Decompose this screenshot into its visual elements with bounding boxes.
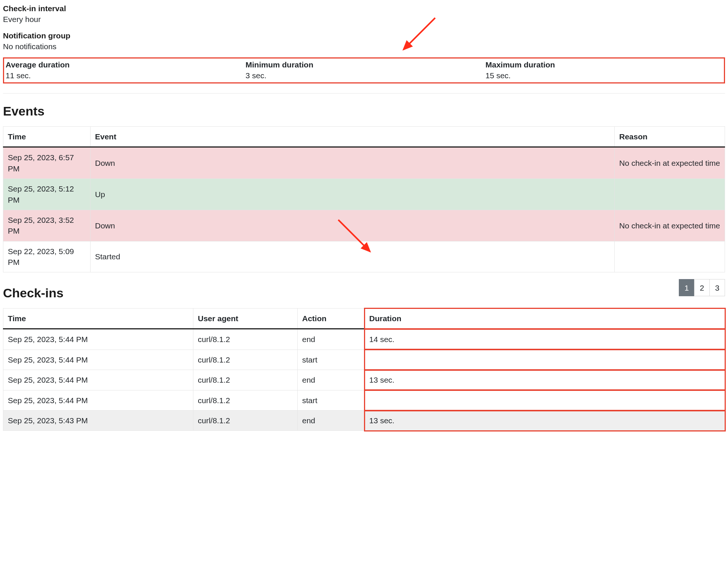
checkin-time: Sep 25, 2023, 5:44 PM bbox=[3, 370, 193, 390]
notification-group-row: Notification group No notifications bbox=[3, 30, 725, 52]
table-row: Sep 25, 2023, 5:12 PMUp bbox=[3, 179, 725, 210]
checkins-title: Check-ins bbox=[3, 284, 64, 302]
checkin-user-agent: curl/8.1.2 bbox=[193, 370, 298, 390]
event-time: Sep 25, 2023, 6:57 PM bbox=[3, 147, 91, 179]
event-name: Up bbox=[91, 179, 615, 210]
checkin-duration: 14 sec. bbox=[365, 329, 725, 349]
checkin-duration bbox=[365, 390, 725, 410]
checkin-time: Sep 25, 2023, 5:43 PM bbox=[3, 411, 193, 431]
table-row: Sep 25, 2023, 6:57 PMDownNo check-in at … bbox=[3, 147, 725, 179]
checkin-time: Sep 25, 2023, 5:44 PM bbox=[3, 349, 193, 370]
min-duration-stat: Minimum duration 3 sec. bbox=[244, 58, 484, 83]
checkin-user-agent: curl/8.1.2 bbox=[193, 411, 298, 431]
checkin-action: end bbox=[298, 411, 365, 431]
checkins-header-time: Time bbox=[3, 309, 193, 329]
page-button-1[interactable]: 1 bbox=[679, 279, 694, 296]
max-duration-value: 15 sec. bbox=[485, 70, 722, 81]
checkins-header-duration: Duration bbox=[365, 309, 725, 329]
checkin-duration bbox=[365, 349, 725, 370]
section-divider bbox=[3, 93, 725, 94]
event-reason: No check-in at expected time bbox=[615, 210, 725, 241]
events-title: Events bbox=[3, 102, 725, 120]
avg-duration-stat: Average duration 11 sec. bbox=[4, 58, 244, 83]
duration-stats-box: Average duration 11 sec. Minimum duratio… bbox=[3, 57, 725, 84]
pagination: 123 bbox=[679, 279, 725, 296]
checkin-interval-value: Every hour bbox=[3, 14, 725, 25]
event-name: Down bbox=[91, 147, 615, 179]
checkin-user-agent: curl/8.1.2 bbox=[193, 390, 298, 410]
checkin-duration: 13 sec. bbox=[365, 411, 725, 431]
max-duration-stat: Maximum duration 15 sec. bbox=[484, 58, 724, 83]
table-row: Sep 25, 2023, 5:44 PMcurl/8.1.2start bbox=[3, 390, 725, 410]
event-time: Sep 22, 2023, 5:09 PM bbox=[3, 241, 91, 272]
notification-group-label: Notification group bbox=[3, 30, 725, 41]
checkin-user-agent: curl/8.1.2 bbox=[193, 349, 298, 370]
event-time: Sep 25, 2023, 5:12 PM bbox=[3, 179, 91, 210]
page-button-3[interactable]: 3 bbox=[709, 279, 725, 296]
checkin-time: Sep 25, 2023, 5:44 PM bbox=[3, 329, 193, 349]
max-duration-label: Maximum duration bbox=[485, 59, 722, 70]
event-reason bbox=[615, 241, 725, 272]
annotation-arrow-bottom bbox=[335, 216, 376, 257]
checkin-interval-label: Check-in interval bbox=[3, 3, 725, 14]
event-reason: No check-in at expected time bbox=[615, 147, 725, 179]
checkin-action: start bbox=[298, 349, 365, 370]
checkin-action: end bbox=[298, 329, 365, 349]
event-time: Sep 25, 2023, 3:52 PM bbox=[3, 210, 91, 241]
min-duration-value: 3 sec. bbox=[246, 70, 482, 81]
checkin-action: start bbox=[298, 390, 365, 410]
notification-group-value: No notifications bbox=[3, 41, 725, 52]
checkins-table: Time User agent Action Duration Sep 25, … bbox=[3, 308, 725, 431]
checkin-user-agent: curl/8.1.2 bbox=[193, 329, 298, 349]
table-row: Sep 25, 2023, 5:44 PMcurl/8.1.2start bbox=[3, 349, 725, 370]
svg-line-1 bbox=[338, 220, 370, 252]
checkin-time: Sep 25, 2023, 5:44 PM bbox=[3, 390, 193, 410]
event-reason bbox=[615, 179, 725, 210]
checkins-header-ua: User agent bbox=[193, 309, 298, 329]
annotation-arrow-top bbox=[398, 14, 439, 55]
table-row: Sep 25, 2023, 5:44 PMcurl/8.1.2end14 sec… bbox=[3, 329, 725, 349]
min-duration-label: Minimum duration bbox=[246, 59, 482, 70]
avg-duration-value: 11 sec. bbox=[6, 70, 243, 81]
svg-line-0 bbox=[403, 18, 435, 50]
events-header-time: Time bbox=[3, 126, 91, 147]
events-header-reason: Reason bbox=[615, 126, 725, 147]
checkin-interval-row: Check-in interval Every hour bbox=[3, 3, 725, 25]
table-row: Sep 25, 2023, 5:43 PMcurl/8.1.2end13 sec… bbox=[3, 411, 725, 431]
page-button-2[interactable]: 2 bbox=[694, 279, 710, 296]
checkin-action: end bbox=[298, 370, 365, 390]
avg-duration-label: Average duration bbox=[6, 59, 243, 70]
checkins-header-action: Action bbox=[298, 309, 365, 329]
checkin-duration: 13 sec. bbox=[365, 370, 725, 390]
table-row: Sep 25, 2023, 5:44 PMcurl/8.1.2end13 sec… bbox=[3, 370, 725, 390]
events-header-event: Event bbox=[91, 126, 615, 147]
